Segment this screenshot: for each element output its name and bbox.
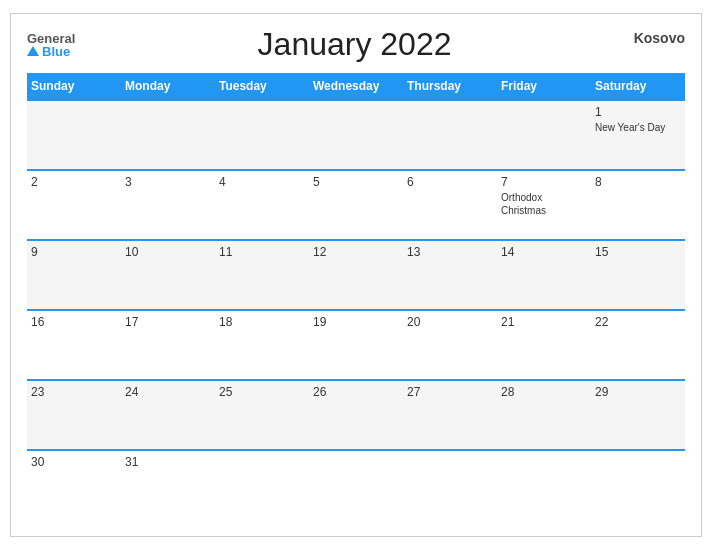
logo: General Blue — [27, 32, 75, 58]
day-number: 3 — [125, 175, 211, 189]
day-number: 12 — [313, 245, 399, 259]
calendar-cell: 7Orthodox Christmas — [497, 170, 591, 240]
weekday-header-row: SundayMondayTuesdayWednesdayThursdayFrid… — [27, 73, 685, 100]
calendar-tbody: 1New Year's Day234567Orthodox Christmas8… — [27, 100, 685, 520]
calendar-container: General Blue January 2022 Kosovo SundayM… — [10, 13, 702, 537]
calendar-cell: 3 — [121, 170, 215, 240]
weekday-header-monday: Monday — [121, 73, 215, 100]
day-number: 29 — [595, 385, 681, 399]
calendar-cell: 4 — [215, 170, 309, 240]
calendar-cell — [309, 450, 403, 520]
calendar-title: January 2022 — [75, 26, 633, 63]
calendar-cell: 28 — [497, 380, 591, 450]
calendar-cell: 2 — [27, 170, 121, 240]
calendar-cell: 27 — [403, 380, 497, 450]
day-number: 13 — [407, 245, 493, 259]
calendar-week-row: 16171819202122 — [27, 310, 685, 380]
calendar-cell — [497, 100, 591, 170]
calendar-cell: 19 — [309, 310, 403, 380]
day-number: 8 — [595, 175, 681, 189]
day-number: 5 — [313, 175, 399, 189]
weekday-header-tuesday: Tuesday — [215, 73, 309, 100]
day-number: 7 — [501, 175, 587, 189]
day-number: 18 — [219, 315, 305, 329]
calendar-cell: 29 — [591, 380, 685, 450]
day-number: 25 — [219, 385, 305, 399]
weekday-header-saturday: Saturday — [591, 73, 685, 100]
day-number: 31 — [125, 455, 211, 469]
calendar-cell — [591, 450, 685, 520]
day-number: 14 — [501, 245, 587, 259]
calendar-cell: 24 — [121, 380, 215, 450]
calendar-cell: 26 — [309, 380, 403, 450]
logo-triangle-icon — [27, 46, 39, 56]
day-number: 11 — [219, 245, 305, 259]
day-number: 10 — [125, 245, 211, 259]
weekday-header-wednesday: Wednesday — [309, 73, 403, 100]
calendar-cell: 14 — [497, 240, 591, 310]
weekday-header-sunday: Sunday — [27, 73, 121, 100]
day-number: 23 — [31, 385, 117, 399]
calendar-cell — [215, 100, 309, 170]
calendar-header: General Blue January 2022 Kosovo — [27, 26, 685, 63]
logo-blue-text: Blue — [27, 45, 75, 58]
calendar-week-row: 1New Year's Day — [27, 100, 685, 170]
calendar-table: SundayMondayTuesdayWednesdayThursdayFrid… — [27, 73, 685, 520]
day-number: 17 — [125, 315, 211, 329]
calendar-cell: 18 — [215, 310, 309, 380]
calendar-cell — [215, 450, 309, 520]
calendar-cell: 8 — [591, 170, 685, 240]
day-number: 24 — [125, 385, 211, 399]
calendar-cell: 25 — [215, 380, 309, 450]
country-label: Kosovo — [634, 26, 685, 46]
calendar-cell: 11 — [215, 240, 309, 310]
calendar-week-row: 23242526272829 — [27, 380, 685, 450]
calendar-cell: 22 — [591, 310, 685, 380]
calendar-week-row: 3031 — [27, 450, 685, 520]
calendar-cell: 30 — [27, 450, 121, 520]
day-number: 21 — [501, 315, 587, 329]
calendar-cell: 12 — [309, 240, 403, 310]
calendar-cell: 5 — [309, 170, 403, 240]
weekday-header-thursday: Thursday — [403, 73, 497, 100]
calendar-cell — [121, 100, 215, 170]
calendar-cell: 17 — [121, 310, 215, 380]
logo-general-text: General — [27, 32, 75, 45]
calendar-cell — [403, 450, 497, 520]
calendar-cell: 15 — [591, 240, 685, 310]
calendar-cell: 23 — [27, 380, 121, 450]
event-text: Orthodox Christmas — [501, 191, 587, 217]
event-text: New Year's Day — [595, 121, 681, 134]
calendar-week-row: 234567Orthodox Christmas8 — [27, 170, 685, 240]
calendar-thead: SundayMondayTuesdayWednesdayThursdayFrid… — [27, 73, 685, 100]
calendar-cell: 20 — [403, 310, 497, 380]
calendar-cell — [497, 450, 591, 520]
day-number: 20 — [407, 315, 493, 329]
day-number: 27 — [407, 385, 493, 399]
calendar-cell: 21 — [497, 310, 591, 380]
day-number: 1 — [595, 105, 681, 119]
day-number: 19 — [313, 315, 399, 329]
calendar-cell: 1New Year's Day — [591, 100, 685, 170]
calendar-cell: 6 — [403, 170, 497, 240]
day-number: 30 — [31, 455, 117, 469]
calendar-cell: 31 — [121, 450, 215, 520]
calendar-cell: 13 — [403, 240, 497, 310]
day-number: 6 — [407, 175, 493, 189]
calendar-cell: 9 — [27, 240, 121, 310]
day-number: 15 — [595, 245, 681, 259]
calendar-cell: 16 — [27, 310, 121, 380]
day-number: 16 — [31, 315, 117, 329]
calendar-cell: 10 — [121, 240, 215, 310]
day-number: 2 — [31, 175, 117, 189]
calendar-week-row: 9101112131415 — [27, 240, 685, 310]
day-number: 4 — [219, 175, 305, 189]
calendar-cell — [27, 100, 121, 170]
weekday-header-friday: Friday — [497, 73, 591, 100]
day-number: 22 — [595, 315, 681, 329]
calendar-cell — [403, 100, 497, 170]
calendar-cell — [309, 100, 403, 170]
day-number: 9 — [31, 245, 117, 259]
day-number: 26 — [313, 385, 399, 399]
day-number: 28 — [501, 385, 587, 399]
